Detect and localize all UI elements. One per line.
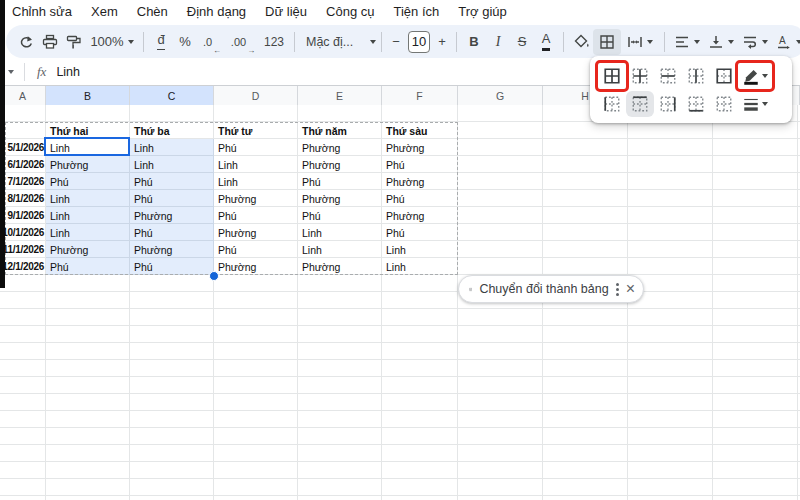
table-cell[interactable]: Linh xyxy=(382,241,458,258)
table-cell[interactable]: Phú xyxy=(382,156,458,173)
formula-input[interactable]: Linh xyxy=(56,65,80,79)
font-size-input[interactable]: 10 xyxy=(408,31,430,53)
fill-handle[interactable] xyxy=(209,271,219,281)
font-size-decrease-button[interactable]: − xyxy=(387,29,405,55)
more-options-icon[interactable] xyxy=(616,283,619,296)
border-clear-button[interactable] xyxy=(710,91,738,117)
table-cell[interactable]: Phú xyxy=(130,173,214,190)
table-cell[interactable]: Phường xyxy=(130,241,214,258)
bold-button[interactable]: B xyxy=(462,29,486,55)
table-cell[interactable]: Phú xyxy=(46,258,130,275)
format-percent-button[interactable]: % xyxy=(173,29,197,55)
table-cell[interactable]: Linh xyxy=(298,241,382,258)
paint-format-button[interactable] xyxy=(62,29,86,55)
date-cell[interactable]: 6/1/2026 xyxy=(5,156,46,173)
date-cell[interactable]: 11/1/2026 xyxy=(5,241,46,258)
close-icon[interactable]: × xyxy=(626,282,635,296)
day-header-cell[interactable]: Thứ ba xyxy=(130,122,214,139)
border-outer-button[interactable] xyxy=(710,63,738,89)
table-cell[interactable]: Linh xyxy=(46,190,130,207)
column-header-C[interactable]: C xyxy=(130,86,214,106)
table-cell[interactable]: Phường xyxy=(46,156,130,173)
redo-button[interactable] xyxy=(14,29,38,55)
table-cell[interactable]: Phường xyxy=(46,241,130,258)
table-cell[interactable]: Phú xyxy=(130,190,214,207)
borders-button[interactable] xyxy=(593,29,621,55)
table-cell[interactable]: Phường xyxy=(214,224,298,241)
fill-color-button[interactable] xyxy=(569,29,593,55)
border-top-button[interactable] xyxy=(626,91,654,117)
table-cell[interactable]: Phường xyxy=(298,190,382,207)
merge-cells-button[interactable] xyxy=(621,29,659,55)
border-horizontal-button[interactable] xyxy=(654,63,682,89)
name-box-chevron-icon[interactable] xyxy=(8,70,14,74)
column-header-B[interactable]: B xyxy=(46,86,130,106)
date-cell[interactable]: 9/1/2026 xyxy=(5,207,46,224)
table-cell[interactable]: Linh xyxy=(298,224,382,241)
number-format-button[interactable]: 123 xyxy=(259,29,289,55)
text-wrap-button[interactable] xyxy=(738,29,772,55)
table-cell[interactable]: Phú xyxy=(214,207,298,224)
print-button[interactable] xyxy=(38,29,62,55)
table-cell[interactable]: Phú xyxy=(382,190,458,207)
menu-view[interactable]: Xem xyxy=(91,4,118,19)
table-cell[interactable]: Linh xyxy=(46,224,130,241)
menu-insert[interactable]: Chèn xyxy=(137,4,168,19)
table-cell[interactable]: Phú xyxy=(298,173,382,190)
column-header-F[interactable]: F xyxy=(382,86,458,106)
italic-button[interactable]: I xyxy=(486,29,510,55)
column-header-A[interactable]: A xyxy=(0,86,46,106)
border-bottom-button[interactable] xyxy=(682,91,710,117)
vertical-align-button[interactable] xyxy=(704,29,738,55)
table-cell[interactable]: Phú xyxy=(130,224,214,241)
table-cell[interactable]: Phường xyxy=(214,258,298,275)
table-cell[interactable]: Phú xyxy=(298,207,382,224)
table-cell[interactable]: Phú xyxy=(382,224,458,241)
day-header-cell[interactable]: Thứ tư xyxy=(214,122,298,139)
table-cell[interactable]: Phường xyxy=(298,156,382,173)
table-cell[interactable]: Phường xyxy=(298,139,382,156)
table-cell[interactable]: Linh xyxy=(130,156,214,173)
menu-data[interactable]: Dữ liệu xyxy=(265,4,307,19)
column-header-D[interactable]: D xyxy=(214,86,298,106)
date-cell[interactable]: 12/1/2026 xyxy=(5,258,46,275)
table-cell[interactable]: Phường xyxy=(214,190,298,207)
table-cell[interactable]: Phú xyxy=(130,258,214,275)
format-currency-button[interactable]: đ xyxy=(149,29,173,55)
table-cell[interactable]: Linh xyxy=(214,173,298,190)
font-size-increase-button[interactable]: + xyxy=(433,29,451,55)
table-cell[interactable]: Linh xyxy=(214,156,298,173)
zoom-control[interactable]: 100% xyxy=(86,29,138,55)
date-cell[interactable]: 10/1/2026 xyxy=(5,224,46,241)
day-header-cell[interactable]: Thứ sàu xyxy=(382,122,458,139)
date-cell[interactable]: 8/1/2026 xyxy=(5,190,46,207)
text-rotation-button[interactable]: A xyxy=(772,29,800,55)
table-cell[interactable]: Linh xyxy=(46,207,130,224)
day-header-cell[interactable]: Thứ năm xyxy=(298,122,382,139)
border-right-button[interactable] xyxy=(654,91,682,117)
border-left-button[interactable] xyxy=(598,91,626,117)
table-cell[interactable]: Linh xyxy=(382,258,458,275)
date-cell[interactable]: 7/1/2026 xyxy=(5,173,46,190)
date-cell[interactable] xyxy=(5,122,46,139)
increase-decimal-button[interactable]: .00→ xyxy=(227,29,259,55)
table-cell[interactable]: Phường xyxy=(298,258,382,275)
border-all-button[interactable] xyxy=(598,63,626,89)
convert-to-table-chip[interactable]: Chuyển đổi thành bảng × xyxy=(458,275,644,303)
strikethrough-button[interactable]: S xyxy=(510,29,534,55)
table-cell[interactable]: Linh xyxy=(130,139,214,156)
menu-edit[interactable]: Chỉnh sửa xyxy=(12,4,72,19)
menu-help[interactable]: Trợ giúp xyxy=(458,4,507,19)
border-vertical-button[interactable] xyxy=(682,63,710,89)
table-cell[interactable]: Phú xyxy=(214,139,298,156)
decrease-decimal-button[interactable]: .0← xyxy=(197,29,227,55)
column-header-G[interactable]: G xyxy=(458,86,543,106)
date-cell[interactable]: 5/1/2026 xyxy=(5,139,46,156)
table-cell[interactable]: Phường xyxy=(382,207,458,224)
table-cell[interactable]: Phường xyxy=(130,207,214,224)
border-style-button[interactable] xyxy=(738,91,772,117)
border-color-button[interactable] xyxy=(738,63,772,89)
table-cell[interactable]: Phường xyxy=(382,173,458,190)
table-cell[interactable]: Phường xyxy=(382,139,458,156)
font-selector[interactable]: Mặc đị... xyxy=(300,29,376,55)
